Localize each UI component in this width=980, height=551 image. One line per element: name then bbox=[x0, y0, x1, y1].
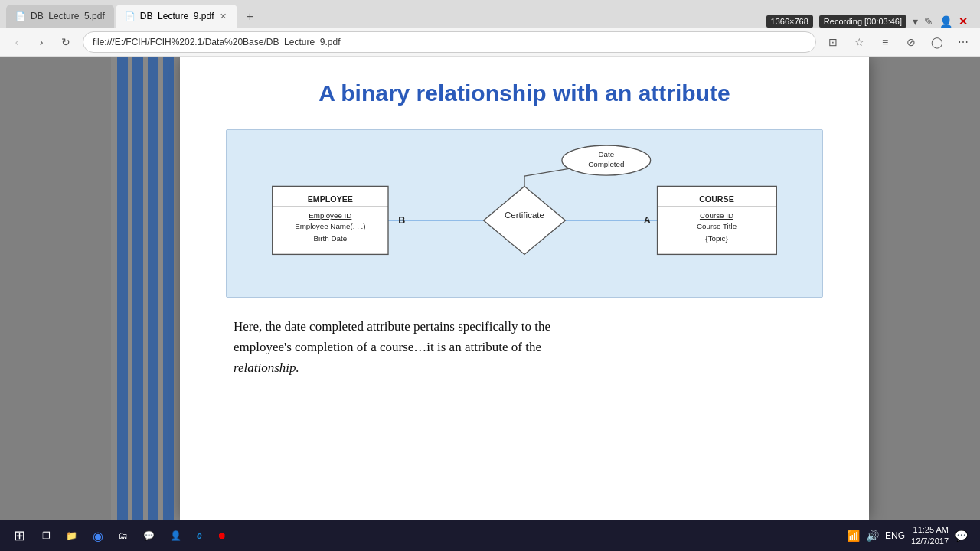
svg-text:Birth Date: Birth Date bbox=[314, 234, 348, 243]
lang-display: ENG bbox=[885, 530, 905, 541]
body-line-1: Here, the date completed attribute perta… bbox=[234, 319, 550, 334]
er-diagram: EMPLOYEE Employee ID Employee Name(. . .… bbox=[226, 129, 823, 298]
pdf-icon-tab2: 📄 bbox=[125, 11, 136, 21]
svg-text:B: B bbox=[398, 215, 405, 226]
address-bar[interactable]: file:///E:/FCIH/FCIH%202.1/Data%20Base/D… bbox=[83, 31, 816, 53]
svg-text:Course Title: Course Title bbox=[697, 222, 737, 230]
body-text: Here, the date completed attribute perta… bbox=[226, 316, 823, 379]
tab-label-2: DB_Lecture_9.pdf bbox=[140, 11, 214, 21]
taskbar-right: 📶 🔊 ENG 11:25 AM 12/7/2017 💬 bbox=[847, 524, 974, 548]
svg-text:Completed: Completed bbox=[588, 160, 624, 168]
svg-text:Certificate: Certificate bbox=[505, 210, 544, 220]
new-tab-button[interactable]: + bbox=[239, 6, 260, 28]
resolution-display: 1366×768 bbox=[766, 15, 813, 28]
network-icon[interactable]: 📶 bbox=[847, 530, 860, 542]
toolbar: ‹ › ↻ file:///E:/FCIH/FCIH%202.1/Data%20… bbox=[0, 28, 980, 57]
tab-db-lecture-9[interactable]: 📄 DB_Lecture_9.pdf ✕ bbox=[116, 5, 238, 28]
sidebar-stripe-4 bbox=[163, 57, 174, 520]
profile-icon[interactable]: ◯ bbox=[926, 31, 948, 53]
ie-button[interactable]: e bbox=[191, 523, 208, 549]
edit-icon[interactable]: ✎ bbox=[924, 15, 933, 28]
task-view-icon: ❐ bbox=[42, 530, 51, 541]
toolbar-right: ⊡ ☆ ≡ ⊘ ◯ ⋯ bbox=[822, 31, 974, 53]
start-button[interactable]: ⊞ bbox=[6, 523, 33, 549]
tab-close-button[interactable]: ✕ bbox=[218, 10, 228, 23]
volume-icon[interactable]: 🔊 bbox=[866, 530, 879, 542]
messaging-button[interactable]: 💬 bbox=[137, 523, 161, 549]
explorer-icon: 🗂 bbox=[119, 530, 128, 541]
clock-date: 12/7/2017 bbox=[911, 536, 949, 547]
tab-bar: 📄 DB_Lecture_5.pdf 📄 DB_Lecture_9.pdf ✕ … bbox=[0, 0, 980, 28]
tab-label-1: DB_Lecture_5.pdf bbox=[31, 11, 105, 21]
svg-marker-11 bbox=[484, 186, 566, 254]
taskbar: ⊞ ❐ 📁 ◉ 🗂 💬 👤 e ⏺ 📶 🔊 ENG 11:25 AM 12/7/… bbox=[0, 520, 980, 551]
tab-db-lecture-5[interactable]: 📄 DB_Lecture_5.pdf bbox=[6, 5, 114, 28]
contacts-icon: 👤 bbox=[170, 530, 181, 541]
pdf-tools-icon[interactable]: ⊘ bbox=[900, 31, 922, 53]
bookmark-star-icon[interactable]: ☆ bbox=[848, 31, 870, 53]
messaging-icon: 💬 bbox=[143, 530, 155, 541]
ie-icon: e bbox=[197, 530, 202, 541]
more-options-icon[interactable]: ⋯ bbox=[952, 31, 974, 53]
pdf-page: A binary relationship with an attribute … bbox=[180, 57, 869, 520]
recording-button[interactable]: ⏺ bbox=[211, 523, 233, 549]
svg-text:{Topic}: {Topic} bbox=[705, 234, 728, 243]
start-icon: ⊞ bbox=[14, 527, 25, 544]
task-view-button[interactable]: ❐ bbox=[36, 523, 57, 549]
svg-text:Course ID: Course ID bbox=[700, 211, 733, 220]
clock: 11:25 AM 12/7/2017 bbox=[911, 524, 949, 548]
sidebar-stripe-2 bbox=[132, 57, 143, 520]
svg-text:COURSE: COURSE bbox=[699, 194, 734, 204]
person-icon[interactable]: 👤 bbox=[939, 15, 952, 28]
file-explorer-button[interactable]: 📁 bbox=[60, 523, 83, 549]
recording-dropdown-icon[interactable]: ▾ bbox=[913, 15, 918, 28]
explorer-button[interactable]: 🗂 bbox=[113, 523, 134, 549]
notifications-icon[interactable]: 💬 bbox=[955, 530, 968, 542]
body-line-3: relationship. bbox=[234, 360, 299, 375]
clock-time: 11:25 AM bbox=[911, 524, 949, 536]
refresh-button[interactable]: ↻ bbox=[55, 31, 77, 53]
hamburger-menu-icon[interactable]: ≡ bbox=[874, 31, 896, 53]
sidebar-stripe-3 bbox=[148, 57, 158, 520]
er-diagram-svg: EMPLOYEE Employee ID Employee Name(. . .… bbox=[242, 145, 807, 282]
pdf-icon-tab1: 📄 bbox=[15, 11, 26, 21]
file-explorer-icon: 📁 bbox=[66, 530, 77, 541]
sidebar-toggle-icon[interactable]: ⊡ bbox=[822, 31, 844, 53]
close-window-icon[interactable]: ✕ bbox=[959, 15, 968, 28]
pdf-area: A binary relationship with an attribute … bbox=[0, 57, 980, 520]
chrome-icon: ◉ bbox=[93, 529, 103, 543]
sidebar-decoration bbox=[111, 57, 180, 520]
url-text: file:///E:/FCIH/FCIH%202.1/Data%20Base/D… bbox=[93, 37, 341, 47]
sidebar-stripe-1 bbox=[117, 57, 128, 520]
svg-text:A: A bbox=[644, 215, 651, 226]
chrome-button[interactable]: ◉ bbox=[87, 523, 109, 549]
recording-timer: Recording [00:03:46] bbox=[819, 15, 906, 28]
svg-text:EMPLOYEE: EMPLOYEE bbox=[308, 194, 353, 204]
forward-button[interactable]: › bbox=[31, 31, 52, 53]
back-button[interactable]: ‹ bbox=[6, 31, 28, 53]
svg-text:Employee Name(. . .): Employee Name(. . .) bbox=[295, 222, 365, 230]
body-line-2: employee's completion of a course…it is … bbox=[234, 340, 541, 354]
svg-text:Employee ID: Employee ID bbox=[309, 211, 351, 220]
contacts-button[interactable]: 👤 bbox=[164, 523, 188, 549]
recording-icon: ⏺ bbox=[217, 530, 227, 541]
svg-text:Date: Date bbox=[598, 150, 614, 158]
page-title: A binary relationship with an attribute bbox=[226, 80, 823, 106]
